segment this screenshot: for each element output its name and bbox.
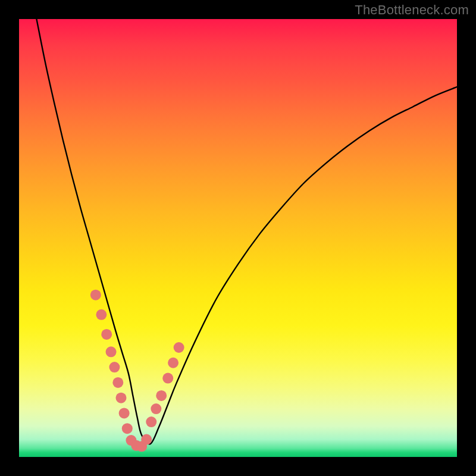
chart-frame — [19, 19, 457, 457]
chart-marker — [146, 416, 156, 427]
chart-marker — [112, 377, 123, 388]
chart-marker — [151, 403, 161, 414]
chart-marker — [106, 346, 117, 357]
watermark-text: TheBottleneck.com — [355, 2, 469, 18]
chart-marker — [109, 362, 120, 372]
chart-marker — [122, 423, 133, 434]
chart-curve — [36, 19, 457, 444]
chart-plot — [19, 19, 457, 457]
chart-marker — [174, 342, 184, 353]
chart-marker — [96, 309, 107, 320]
chart-marker — [90, 290, 101, 300]
chart-marker — [119, 408, 130, 418]
chart-marker — [101, 329, 112, 340]
chart-marker — [162, 373, 173, 384]
chart-marker — [115, 393, 126, 403]
chart-marker — [168, 358, 178, 368]
chart-markers — [90, 290, 184, 452]
chart-marker — [141, 434, 152, 445]
chart-marker — [156, 390, 167, 401]
